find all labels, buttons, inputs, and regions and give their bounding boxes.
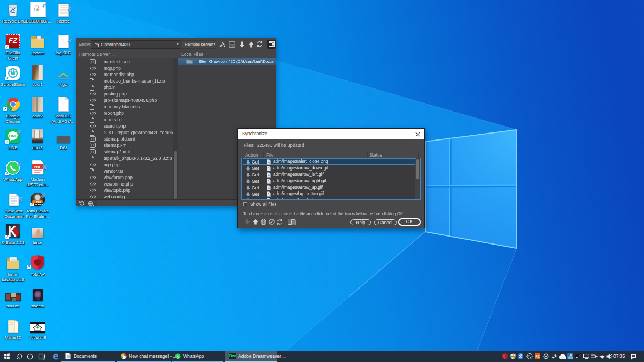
svg-text:?: ?: [92, 92, 94, 97]
svg-text:?: ?: [92, 124, 94, 129]
svg-text:?: ?: [92, 162, 94, 167]
svg-text:?: ?: [92, 182, 94, 187]
svg-text:?: ?: [92, 72, 94, 77]
svg-text:?: ?: [92, 111, 94, 116]
svg-text:?: ?: [92, 175, 94, 180]
svg-text:?: ?: [92, 188, 94, 193]
svg-text:?: ?: [92, 66, 94, 71]
svg-text:?: ?: [92, 98, 94, 103]
svg-text:PDF: PDF: [34, 165, 42, 169]
